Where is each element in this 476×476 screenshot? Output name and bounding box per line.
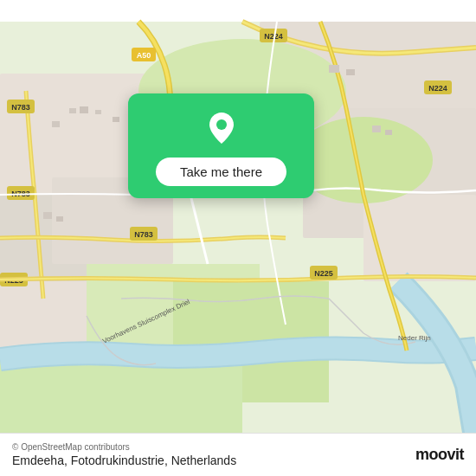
svg-rect-40: [346, 69, 355, 75]
svg-rect-38: [56, 216, 63, 222]
svg-rect-39: [329, 65, 339, 73]
map-container: A50 N224 N224 N783 N783 N783 N225: [0, 0, 476, 476]
map-background: A50 N224 N224 N783 N783 N783 N225: [0, 0, 476, 476]
svg-text:N783: N783: [11, 103, 30, 112]
svg-rect-34: [95, 110, 101, 114]
take-me-there-button[interactable]: Take me there: [156, 158, 286, 186]
svg-text:Neder Rijn: Neder Rijn: [398, 334, 431, 342]
svg-text:N783: N783: [134, 230, 153, 239]
svg-point-44: [216, 119, 227, 130]
svg-rect-35: [52, 121, 60, 127]
osm-attribution: © OpenStreetMap contributors: [12, 442, 236, 452]
svg-rect-42: [385, 130, 392, 135]
svg-rect-8: [363, 195, 476, 281]
moovit-logo-text: moovit: [415, 446, 464, 464]
moovit-logo: moovit: [415, 446, 464, 464]
svg-rect-33: [80, 106, 88, 113]
svg-text:N224: N224: [428, 84, 447, 93]
popup-card: Take me there: [128, 93, 314, 198]
svg-rect-32: [69, 108, 76, 113]
svg-text:A50: A50: [137, 51, 151, 60]
location-pin-icon: [203, 109, 241, 147]
bottom-info: © OpenStreetMap contributors Emdeeha, Fo…: [12, 442, 236, 467]
svg-text:N225: N225: [314, 269, 333, 278]
location-name: Emdeeha, Fotodrukindustrie, Netherlands: [12, 453, 236, 467]
svg-rect-37: [43, 212, 52, 219]
svg-rect-36: [113, 117, 119, 122]
bottom-bar: © OpenStreetMap contributors Emdeeha, Fo…: [0, 433, 476, 476]
svg-rect-41: [372, 125, 381, 132]
